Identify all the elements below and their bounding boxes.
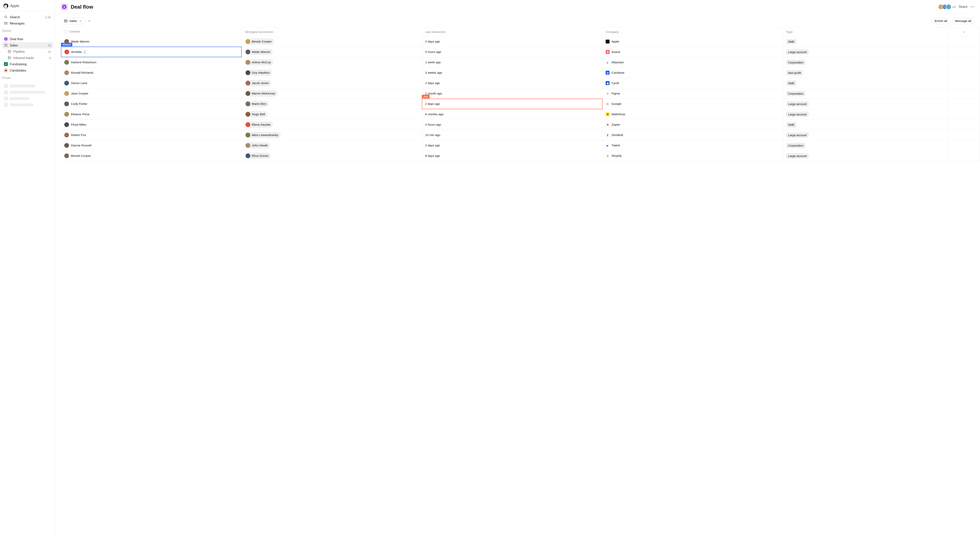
avatar-icon xyxy=(65,49,69,54)
workspace-header[interactable]: Apple xyxy=(0,3,55,11)
connection-pill[interactable]: Elena Sauske xyxy=(245,122,273,128)
table-row[interactable]: Dianne RussellJohn Hewitt2 days ago▶Twit… xyxy=(61,140,980,151)
type-tag[interactable]: Corporation xyxy=(786,60,805,65)
type-tag[interactable]: SME xyxy=(786,39,797,44)
mail-icon xyxy=(4,21,8,25)
add-view-button[interactable]: + xyxy=(88,19,91,23)
sidebar-item-pipeline[interactable]: Pipeline24 xyxy=(2,48,53,55)
table-row[interactable]: Bessie CooperElina Scinez8 days agoSShop… xyxy=(61,151,980,161)
col-type[interactable]: Type xyxy=(783,27,948,37)
add-column-button[interactable]: + xyxy=(948,27,980,37)
company-logo-icon: ✳ xyxy=(606,50,609,54)
nav-search-label: Search xyxy=(10,15,20,19)
sidebar-item-inbound-leads[interactable]: Inbound leads8 xyxy=(2,55,53,61)
type-tag[interactable]: Large account xyxy=(786,49,809,55)
sidebar-item-fundraising[interactable]: Fundraising xyxy=(2,61,53,67)
avatar[interactable] xyxy=(946,4,951,10)
enrich-all-button[interactable]: Enrich all xyxy=(932,17,950,24)
connection-pill[interactable]: Arlene McCoy xyxy=(245,59,273,65)
page-icon: $ xyxy=(61,3,68,10)
private-list xyxy=(0,80,55,109)
share-button[interactable]: Share xyxy=(959,5,967,9)
sidebar-item-deal-flow[interactable]: $Deal flow xyxy=(2,36,53,42)
empty-cell xyxy=(948,130,980,140)
apple-icon xyxy=(3,3,8,8)
connection-pill[interactable]: Marie Elen xyxy=(245,101,269,107)
company-name: Zendesk xyxy=(611,133,623,137)
svg-rect-12 xyxy=(5,70,7,71)
editing-cell[interactable]: WilliamAnnette... xyxy=(61,47,242,57)
type-tag[interactable]: Large account xyxy=(786,112,809,117)
nav-messages[interactable]: Messages xyxy=(2,20,53,27)
type-tag[interactable]: Non-profit xyxy=(786,70,803,75)
table-row[interactable]: Floyd MilesElena Sauske2 hours ago✱Zapie… xyxy=(61,119,980,130)
avatar-icon xyxy=(246,112,250,117)
sidebar-item-label: Sales xyxy=(10,43,18,47)
type-tag[interactable]: Corporation xyxy=(786,143,805,148)
connection-pill[interactable]: Jacob Jones xyxy=(245,80,271,86)
col-last[interactable]: Last interaction xyxy=(422,27,603,37)
avatar-overflow[interactable]: +3 xyxy=(952,5,956,9)
view-selector[interactable]: Sales xyxy=(61,17,86,24)
type-tag[interactable]: Large account xyxy=(786,132,809,138)
table-row[interactable]: Eleanor PenaHugo Bell6 months ago✦Mailch… xyxy=(61,109,980,119)
last-interaction: 10 min ago xyxy=(425,133,440,137)
connection-pill[interactable]: Marvin McKinney xyxy=(245,91,278,97)
company-logo-icon: Z xyxy=(606,133,609,137)
connection-name: Guy Hawkins xyxy=(252,71,270,75)
nav-search[interactable]: Search 1.2K xyxy=(2,14,53,20)
table-row[interactable]: WilliamAnnette...Wade Warren5 hours ago✳… xyxy=(61,47,980,57)
empty-cell xyxy=(948,88,980,99)
connection-pill[interactable]: Elina Scinez xyxy=(245,153,271,159)
svg-rect-14 xyxy=(65,20,67,22)
nav-search-count: 1.2K xyxy=(45,16,51,19)
table-row[interactable]: Wade WarrenBessie Cooper2 days agoAppleS… xyxy=(61,37,980,47)
dollar-icon: $ xyxy=(62,5,67,9)
company-name: Coinbase xyxy=(611,71,624,75)
avatar-icon xyxy=(246,81,250,86)
empty-cell xyxy=(948,47,980,57)
message-all-button[interactable]: Message all xyxy=(952,17,974,24)
collaborator-avatars[interactable]: +3 xyxy=(938,4,956,10)
type-tag[interactable]: SME xyxy=(786,81,797,86)
avatar-icon xyxy=(246,39,250,44)
company-name: Atlassian xyxy=(611,60,624,64)
connection-pill[interactable]: Wade Warren xyxy=(245,49,273,55)
company-name: Mailchimp xyxy=(611,113,625,116)
table-row[interactable]: Darlene RobertsonArlene McCoy1 week ago▲… xyxy=(61,57,980,68)
connection-pill[interactable]: Guy Hawkins xyxy=(245,70,272,76)
company-name: Apple xyxy=(611,40,619,43)
table-row[interactable]: Ronald RichardsGuy Hawkins3 weeks ago◎Co… xyxy=(61,68,980,78)
connection-pill[interactable]: Bessie Cooper xyxy=(245,38,274,44)
select-all-checkbox[interactable] xyxy=(64,30,67,33)
contact-name: Jane Cooper xyxy=(71,92,88,95)
more-menu-icon[interactable] xyxy=(970,6,974,7)
type-tag[interactable]: Large account xyxy=(786,101,809,106)
table-row[interactable]: Devon LaneJacob Jones2 days ago◉CycleSME xyxy=(61,78,980,88)
contact-name: Ronald Richards xyxy=(71,71,94,75)
last-interaction: 6 months ago xyxy=(425,113,444,116)
sidebar-item-candidates[interactable]: Candidates xyxy=(2,67,53,73)
avatar-icon xyxy=(64,143,69,148)
col-company[interactable]: Company xyxy=(603,27,783,37)
topbar: $ Deal flow +3 Share xyxy=(55,0,980,14)
company-logo-icon xyxy=(606,40,609,43)
col-contact[interactable]: Contact xyxy=(61,27,242,37)
main: $ Deal flow +3 Share Sales + xyxy=(55,0,980,537)
table-icon xyxy=(8,49,11,54)
last-interaction: 2 days ago xyxy=(425,81,440,85)
contact-name: Annette... xyxy=(71,50,84,54)
connection-pill[interactable]: Hugo Bell xyxy=(245,111,267,118)
sidebar-item-sales[interactable]: Sales16 xyxy=(2,42,53,48)
type-tag[interactable]: Corporation xyxy=(786,91,805,96)
table-row[interactable]: Jane CooperMarvin McKinney1 month ago✦Fi… xyxy=(61,88,980,99)
private-placeholder xyxy=(2,95,53,102)
table-row[interactable]: Robert FoxAlice Lewandowsky10 min agoZZe… xyxy=(61,130,980,140)
connection-pill[interactable]: Alice Lewandowsky xyxy=(245,132,281,138)
col-connection[interactable]: Strongest connection xyxy=(242,27,422,37)
svg-rect-6 xyxy=(8,50,11,53)
type-tag[interactable]: Large account xyxy=(786,153,809,159)
type-tag[interactable]: SME xyxy=(786,122,797,127)
connection-pill[interactable]: John Hewitt xyxy=(245,142,270,149)
table-row[interactable]: Cody FisherMarie Elen2 days agoJoeiGGoog… xyxy=(61,99,980,109)
